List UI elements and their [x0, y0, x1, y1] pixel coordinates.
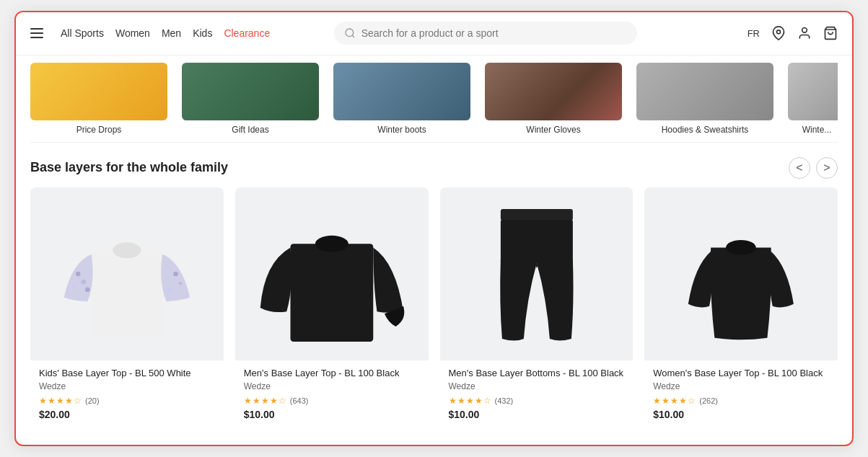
svg-point-12	[179, 281, 182, 284]
category-label-winter-extra: Winte...	[802, 125, 832, 135]
category-thumb-hoodies	[636, 63, 773, 120]
svg-point-10	[85, 287, 90, 292]
nav-all-sports[interactable]: All Sports	[61, 27, 104, 39]
product-silhouette-mens-black-pants	[440, 187, 634, 360]
stars-mens-base-layer-top: ★★★★☆	[244, 396, 287, 406]
svg-point-6	[113, 242, 141, 258]
browser-frame: All Sports Women Men Kids Clearance FR	[14, 11, 854, 447]
search-input[interactable]	[361, 27, 627, 39]
product-info-womens-base-layer-top: Women's Base Layer Top - BL 100 Black We…	[644, 360, 838, 431]
svg-point-7	[76, 271, 81, 276]
product-brand-womens-base-layer-top: Wedze	[653, 381, 829, 391]
nav-kids[interactable]: Kids	[193, 27, 212, 39]
svg-point-13	[168, 287, 173, 292]
product-brand-mens-base-layer-top: Wedze	[244, 381, 420, 391]
svg-rect-14	[290, 244, 373, 342]
product-card-kids-base-layer[interactable]: Kids' Base Layer Top - BL 500 White Wedz…	[30, 187, 224, 431]
next-arrow-button[interactable]: >	[816, 157, 838, 179]
search-bar	[334, 22, 637, 45]
product-silhouette-mens-black-shirt	[235, 187, 429, 360]
main-nav: All Sports Women Men Kids Clearance	[61, 27, 270, 39]
product-brand-kids-base-layer: Wedze	[39, 381, 215, 391]
product-image-mens-base-layer-bottoms	[440, 187, 634, 360]
category-label-hoodies: Hoodies & Sweatshirts	[662, 125, 749, 135]
product-info-mens-base-layer-bottoms: Men's Base Layer Bottoms - BL 100 Black …	[440, 360, 634, 431]
nav-women[interactable]: Women	[115, 27, 150, 39]
section-header: Base layers for the whole family < >	[30, 143, 838, 187]
products-row: Kids' Base Layer Top - BL 500 White Wedz…	[30, 187, 838, 431]
product-price-mens-base-layer-top: $10.00	[244, 409, 420, 420]
svg-point-9	[72, 284, 75, 287]
product-info-mens-base-layer-top: Men's Base Layer Top - BL 100 Black Wedz…	[235, 360, 429, 431]
category-item-gift-ideas[interactable]: Gift Ideas	[182, 63, 319, 135]
svg-line-1	[352, 35, 354, 37]
nav-clearance[interactable]: Clearance	[224, 27, 270, 39]
stars-row-kids-base-layer: ★★★★☆ (20)	[39, 396, 215, 406]
product-price-mens-base-layer-bottoms: $10.00	[449, 409, 625, 420]
cart-icon[interactable]	[823, 26, 838, 40]
product-card-mens-base-layer-bottoms[interactable]: Men's Base Layer Bottoms - BL 100 Black …	[440, 187, 634, 431]
category-thumb-winter-boots	[333, 63, 470, 120]
header: All Sports Women Men Kids Clearance FR	[16, 12, 852, 56]
svg-point-18	[726, 240, 756, 255]
svg-point-11	[173, 271, 178, 276]
svg-point-15	[315, 235, 348, 252]
svg-point-0	[346, 29, 354, 37]
category-thumb-price-drops	[30, 63, 167, 120]
category-thumb-winter-extra	[788, 63, 838, 120]
stars-row-mens-base-layer-bottoms: ★★★★☆ (432)	[449, 396, 625, 406]
product-card-mens-base-layer-top[interactable]: Men's Base Layer Top - BL 100 Black Wedz…	[235, 187, 429, 431]
svg-rect-16	[500, 209, 572, 221]
prev-arrow-button[interactable]: <	[789, 157, 810, 179]
review-count-mens-base-layer-top: (643)	[290, 396, 309, 405]
product-info-kids-base-layer: Kids' Base Layer Top - BL 500 White Wedz…	[30, 360, 224, 431]
svg-point-3	[802, 28, 807, 33]
location-icon[interactable]	[771, 26, 786, 40]
category-item-price-drops[interactable]: Price Drops	[30, 63, 167, 135]
product-name-mens-base-layer-bottoms: Men's Base Layer Bottoms - BL 100 Black	[449, 368, 625, 380]
review-count-womens-base-layer-top: (262)	[699, 396, 718, 405]
category-label-winter-boots: Winter boots	[377, 125, 426, 135]
category-item-hoodies[interactable]: Hoodies & Sweatshirts	[636, 63, 773, 135]
category-strip: Price Drops Gift Ideas Winter boots Wint…	[30, 56, 838, 143]
category-item-winter-extra[interactable]: Winte...	[788, 63, 838, 135]
category-label-price-drops: Price Drops	[76, 125, 122, 135]
carousel-nav: < >	[789, 157, 838, 179]
product-image-mens-base-layer-top	[235, 187, 429, 360]
product-price-kids-base-layer: $20.00	[39, 409, 215, 420]
product-silhouette-kids-white-shirt	[30, 187, 224, 360]
category-item-winter-gloves[interactable]: Winter Gloves	[485, 63, 622, 135]
product-name-womens-base-layer-top: Women's Base Layer Top - BL 100 Black	[653, 368, 829, 380]
header-right: FR	[748, 26, 838, 40]
category-label-gift-ideas: Gift Ideas	[232, 125, 268, 135]
category-item-winter-boots[interactable]: Winter boots	[333, 63, 470, 135]
section-title: Base layers for the whole family	[30, 160, 228, 175]
svg-rect-17	[500, 220, 572, 263]
product-brand-mens-base-layer-bottoms: Wedze	[449, 381, 625, 391]
product-name-kids-base-layer: Kids' Base Layer Top - BL 500 White	[39, 368, 215, 380]
category-thumb-gift-ideas	[182, 63, 319, 120]
main-content: Price Drops Gift Ideas Winter boots Wint…	[16, 56, 852, 445]
product-silhouette-womens-black-shirt	[644, 187, 838, 360]
svg-point-8	[82, 279, 87, 284]
product-name-mens-base-layer-top: Men's Base Layer Top - BL 100 Black	[244, 368, 420, 380]
svg-rect-5	[92, 250, 162, 337]
search-container	[334, 22, 637, 45]
product-card-womens-base-layer-top[interactable]: Women's Base Layer Top - BL 100 Black We…	[644, 187, 838, 431]
stars-row-mens-base-layer-top: ★★★★☆ (643)	[244, 396, 420, 406]
svg-point-2	[777, 30, 781, 34]
review-count-kids-base-layer: (20)	[85, 396, 100, 405]
hamburger-menu-button[interactable]	[30, 28, 43, 38]
product-image-kids-base-layer	[30, 187, 224, 360]
stars-mens-base-layer-bottoms: ★★★★☆	[449, 396, 492, 406]
product-price-womens-base-layer-top: $10.00	[653, 409, 829, 420]
stars-womens-base-layer-top: ★★★★☆	[653, 396, 696, 406]
product-image-womens-base-layer-top	[644, 187, 838, 360]
account-icon[interactable]	[797, 26, 812, 40]
search-icon	[344, 27, 356, 39]
stars-kids-base-layer: ★★★★☆	[39, 396, 82, 406]
nav-men[interactable]: Men	[162, 27, 181, 39]
language-button[interactable]: FR	[748, 28, 760, 39]
category-label-winter-gloves: Winter Gloves	[526, 125, 580, 135]
review-count-mens-base-layer-bottoms: (432)	[495, 396, 514, 405]
